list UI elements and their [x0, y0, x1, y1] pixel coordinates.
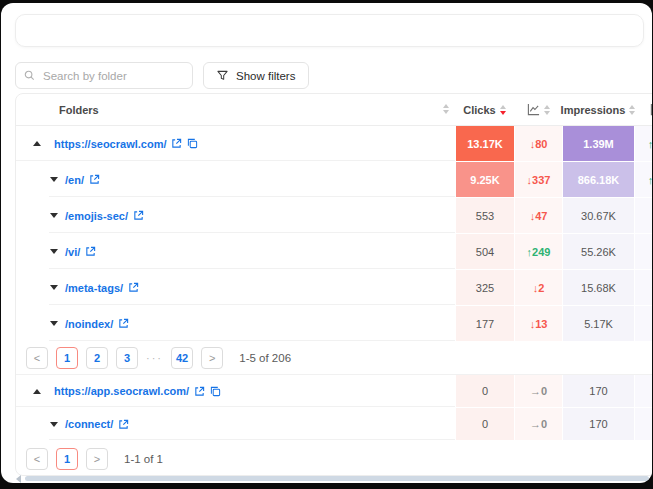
folder-label: https://app.seocrawl.com/ — [54, 385, 189, 397]
table-row: /en/ 9.25K ↓337 866.18K ↑95 — [16, 162, 652, 198]
impressions-trend-cell: ↓8 — [634, 198, 652, 234]
collapse-caret-icon[interactable] — [33, 389, 41, 394]
pagination-prev-button[interactable]: < — [26, 448, 48, 470]
pagination-page-42[interactable]: 42 — [171, 347, 193, 369]
search-icon — [24, 70, 35, 81]
pagination-next-button[interactable]: > — [86, 448, 108, 470]
clicks-trend-cell: ↓80 — [514, 126, 562, 162]
column-header-impressions-trend[interactable] — [634, 94, 652, 125]
pagination-summary: 1-5 of 206 — [239, 352, 291, 364]
impressions-trend-cell: ↑ — [634, 375, 652, 408]
sort-carets-icon[interactable] — [443, 104, 449, 114]
pagination-page-3[interactable]: 3 — [116, 347, 138, 369]
folder-link[interactable]: /connect/ — [65, 418, 129, 430]
external-link-icon[interactable] — [118, 318, 129, 329]
table-row: /meta-tags/ 325 ↓2 15.68K ↑2 — [16, 270, 652, 306]
pagination-page-1[interactable]: 1 — [56, 347, 78, 369]
external-link-icon[interactable] — [171, 138, 182, 149]
pagination-page-1[interactable]: 1 — [56, 448, 78, 470]
folder-label: /connect/ — [65, 418, 113, 430]
expand-caret-icon[interactable] — [50, 213, 58, 218]
folder-link[interactable]: /emojis-sec/ — [65, 210, 144, 222]
column-header-impressions[interactable]: Impressions — [562, 94, 634, 125]
table-header-row: Folders Clicks Impressions — [16, 94, 652, 126]
impressions-cell: 866.18K — [562, 162, 634, 198]
impressions-trend-cell: ↑ — [634, 306, 652, 342]
clicks-trend-cell: ↓337 — [514, 162, 562, 198]
clicks-trend-cell: →0 — [514, 375, 562, 408]
folder-link[interactable]: /noindex/ — [65, 318, 129, 330]
external-link-icon[interactable] — [194, 386, 205, 397]
clicks-cell: 0 — [455, 408, 514, 441]
clicks-cell: 13.17K — [455, 126, 514, 162]
external-link-icon[interactable] — [118, 419, 129, 430]
folder-label: /meta-tags/ — [65, 282, 123, 294]
impressions-cell: 1.39M — [562, 126, 634, 162]
impressions-trend-cell: ↑ — [634, 408, 652, 441]
copy-icon[interactable] — [210, 386, 221, 397]
clicks-header-label: Clicks — [463, 104, 495, 116]
column-header-clicks[interactable]: Clicks — [455, 94, 514, 125]
pagination-group-2: < 1 > 1-1 of 1 — [16, 441, 652, 477]
expand-caret-icon[interactable] — [50, 177, 58, 182]
impressions-cell: 30.67K — [562, 198, 634, 234]
collapse-caret-icon[interactable] — [33, 141, 41, 146]
show-filters-button[interactable]: Show filters — [203, 62, 309, 89]
folder-link[interactable]: https://seocrawl.com/ — [54, 138, 198, 150]
clicks-trend-cell: →0 — [514, 408, 562, 441]
clicks-cell: 553 — [455, 198, 514, 234]
clicks-cell: 177 — [455, 306, 514, 342]
table-row: /emojis-sec/ 553 ↓47 30.67K ↓8 — [16, 198, 652, 234]
external-link-icon[interactable] — [133, 210, 144, 221]
search-box[interactable] — [15, 62, 193, 89]
expand-caret-icon[interactable] — [50, 249, 58, 254]
copy-icon[interactable] — [187, 138, 198, 149]
external-link-icon[interactable] — [89, 174, 100, 185]
folder-link[interactable]: /meta-tags/ — [65, 282, 139, 294]
pagination-group-1: < 1 2 3 ··· 42 > 1-5 of 206 — [16, 342, 652, 375]
collapsed-filter-panel — [15, 14, 644, 47]
table-row: /connect/ 0 →0 170 ↑ — [16, 408, 652, 441]
impressions-cell: 170 — [562, 375, 634, 408]
impressions-cell: 15.68K — [562, 270, 634, 306]
table-row: /vi/ 504 ↑249 55.26K ↑1 — [16, 234, 652, 270]
column-header-clicks-trend[interactable] — [514, 94, 562, 125]
impressions-trend-cell: ↑95 — [634, 162, 652, 198]
pagination-next-button[interactable]: > — [201, 347, 223, 369]
horizontal-scrollbar[interactable] — [25, 476, 649, 481]
folder-label: /vi/ — [65, 246, 80, 258]
clicks-trend-cell: ↓13 — [514, 306, 562, 342]
folder-label: /en/ — [65, 174, 84, 186]
external-link-icon[interactable] — [128, 282, 139, 293]
pagination-page-2[interactable]: 2 — [86, 347, 108, 369]
impressions-cell: 5.17K — [562, 306, 634, 342]
line-chart-icon — [650, 103, 653, 116]
external-link-icon[interactable] — [85, 246, 96, 257]
clicks-cell: 9.25K — [455, 162, 514, 198]
expand-caret-icon[interactable] — [50, 321, 58, 326]
clicks-trend-cell: ↑249 — [514, 234, 562, 270]
column-header-folders[interactable]: Folders — [16, 94, 455, 125]
search-input[interactable] — [41, 69, 184, 83]
clicks-cell: 325 — [455, 270, 514, 306]
clicks-trend-cell: ↓2 — [514, 270, 562, 306]
pagination-ellipsis[interactable]: ··· — [146, 352, 163, 364]
folders-table: Folders Clicks Impressions — [15, 93, 652, 476]
pagination-prev-button[interactable]: < — [26, 347, 48, 369]
folder-link[interactable]: /vi/ — [65, 246, 96, 258]
impressions-trend-cell: ↑1 — [634, 234, 652, 270]
table-row: /noindex/ 177 ↓13 5.17K ↑ — [16, 306, 652, 342]
line-chart-icon — [527, 103, 540, 116]
clicks-cell: 504 — [455, 234, 514, 270]
folder-link[interactable]: https://app.seocrawl.com/ — [54, 385, 221, 397]
table-row: https://seocrawl.com/ 13.17K ↓80 1.39M ↑… — [16, 126, 652, 162]
sort-carets-icon[interactable] — [500, 105, 506, 115]
folder-link[interactable]: /en/ — [65, 174, 100, 186]
impressions-header-label: Impressions — [561, 104, 626, 116]
hscroll-left-arrow[interactable] — [16, 475, 21, 483]
show-filters-label: Show filters — [236, 70, 295, 82]
folder-label: /noindex/ — [65, 318, 113, 330]
expand-caret-icon[interactable] — [50, 422, 58, 427]
expand-caret-icon[interactable] — [50, 285, 58, 290]
sort-carets-icon[interactable] — [544, 105, 550, 115]
